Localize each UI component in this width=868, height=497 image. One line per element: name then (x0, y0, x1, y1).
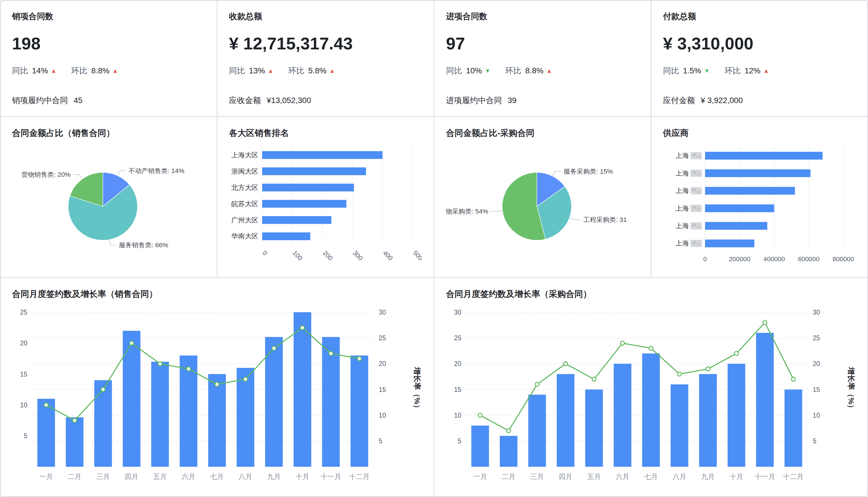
svg-text:二月: 二月 (68, 473, 82, 480)
mom-trend-icon: ▲ (112, 68, 118, 74)
svg-text:上海: 上海 (676, 205, 689, 212)
svg-text:十二月: 十二月 (783, 473, 804, 480)
svg-text:七月: 七月 (644, 473, 658, 480)
yoy-trend-icon: ▼ (704, 68, 710, 74)
svg-text:上海: 上海 (676, 152, 689, 159)
kpi-card-purchase-contract-count: 进项合同数 97 同比 10% ▼ 环比 8.8% ▲ 进项履约中合同 39 (435, 1, 651, 116)
svg-text:三月: 三月 (96, 473, 110, 480)
kpi-title: 进项合同数 (446, 11, 639, 22)
region-sales-ranking-chart[interactable]: 0100200300400500上海大区浙闽大区北方大区皖苏大区广州大区华南大区 (229, 143, 422, 267)
svg-text:10: 10 (454, 412, 461, 419)
yoy-label: 同比 (229, 66, 245, 76)
svg-text:15: 15 (813, 386, 820, 393)
svg-text:五月: 五月 (587, 473, 601, 480)
svg-text:三月: 三月 (530, 473, 544, 480)
mom-value: 8.8% (91, 66, 110, 75)
sales-amount-pie-chart[interactable]: 不动产销售类: 14%服务销售类: 66%货物销售类: 20% (12, 143, 205, 267)
svg-text:九月: 九月 (701, 473, 715, 480)
svg-text:400: 400 (381, 249, 394, 262)
mom-value: 5.8% (308, 66, 327, 75)
svg-text:四月: 四月 (559, 473, 573, 480)
kpi-footer: 应付金额 ¥ 3,922,000 (663, 95, 856, 106)
chart-card-monthly-sales-combo: 合同月度签约数及增长率（销售合同） 51015202530510152025一月… (1, 278, 433, 496)
svg-text:上海大区: 上海大区 (231, 151, 258, 159)
svg-text:30: 30 (454, 309, 461, 316)
monthly-purchase-combo-chart[interactable]: 5101520253051015202530一月二月三月四月五月六月七月八月九月… (446, 304, 856, 486)
footer-value: 45 (74, 96, 83, 105)
yoy-value: 13% (249, 66, 265, 75)
combo-chart-svg: 51015202530510152025一月二月三月四月五月六月七月八月九月十月… (12, 304, 422, 486)
footer-value: ¥13,052,300 (267, 96, 311, 105)
svg-text:10: 10 (379, 412, 386, 419)
svg-text:八月: 八月 (238, 473, 252, 480)
kpi-trends: 同比 1.5% ▼ 环比 12% ▲ (663, 66, 856, 76)
svg-text:15: 15 (454, 386, 461, 393)
purchase-amount-pie-chart[interactable]: 服务采购类: 15%工程采购类: 31货物采购类: 54% (446, 143, 639, 267)
svg-text:20: 20 (454, 360, 461, 367)
chart-card-supplier-ranking: 供应商 0200000400000600000800000上海上海上海上海上海上… (652, 117, 868, 277)
svg-text:二月: 二月 (502, 473, 516, 480)
chart-title: 各大区销售排名 (229, 127, 422, 139)
svg-text:25: 25 (20, 309, 27, 316)
kpi-value: ¥ 3,310,000 (663, 34, 856, 53)
svg-text:十一月: 十一月 (321, 473, 341, 480)
svg-text:上海: 上海 (676, 170, 689, 177)
svg-text:20: 20 (20, 339, 27, 347)
chart-title: 合同月度签约数及增长率（采购合同） (446, 288, 856, 300)
yoy-label: 同比 (12, 66, 28, 76)
svg-text:0: 0 (261, 249, 269, 257)
svg-text:华南大区: 华南大区 (231, 233, 258, 240)
mom-trend-icon: ▲ (546, 68, 552, 74)
dashboard-frame: 销项合同数 198 同比 14% ▲ 环比 8.8% ▲ 销项履约中合同 45 … (0, 0, 868, 497)
footer-value: ¥ 3,922,000 (701, 96, 743, 105)
yoy-value: 1.5% (683, 66, 701, 75)
kpi-trends: 同比 13% ▲ 环比 5.8% ▲ (229, 66, 422, 76)
kpi-title: 销项合同数 (12, 11, 205, 22)
chart-title: 合同金额占比-采购合同 (446, 127, 639, 139)
svg-text:皖苏大区: 皖苏大区 (231, 200, 258, 208)
mom-label: 环比 (724, 66, 740, 76)
footer-label: 销项履约中合同 (12, 95, 68, 106)
mom-value: 12% (744, 66, 761, 75)
yoy-label: 同比 (446, 66, 462, 76)
svg-text:上海: 上海 (676, 222, 689, 229)
dashboard-grid: 销项合同数 198 同比 14% ▲ 环比 8.8% ▲ 销项履约中合同 45 … (1, 1, 867, 496)
hbar-chart-svg: 0200000400000600000800000上海上海上海上海上海上海 (663, 143, 856, 267)
supplier-ranking-chart[interactable]: 0200000400000600000800000上海上海上海上海上海上海 (663, 143, 856, 267)
svg-text:500: 500 (411, 249, 422, 262)
mom-label: 环比 (288, 66, 304, 76)
monthly-sales-combo-chart[interactable]: 51015202530510152025一月二月三月四月五月六月七月八月九月十月… (12, 304, 422, 486)
chart-card-region-sales-ranking: 各大区销售排名 0100200300400500上海大区浙闽大区北方大区皖苏大区… (218, 117, 434, 277)
kpi-footer: 销项履约中合同 45 (12, 95, 205, 106)
yoy-value: 10% (466, 66, 482, 75)
svg-text:20: 20 (813, 360, 820, 367)
svg-text:10: 10 (813, 412, 820, 419)
svg-text:十月: 十月 (295, 473, 309, 480)
mom-value: 8.8% (525, 66, 544, 75)
kpi-title: 付款总额 (663, 11, 856, 22)
yoy-label: 同比 (663, 66, 679, 76)
svg-text:工程采购类: 31: 工程采购类: 31 (583, 216, 627, 224)
kpi-trends: 同比 10% ▼ 环比 8.8% ▲ (446, 66, 639, 76)
svg-text:五月: 五月 (153, 473, 167, 480)
yoy-value: 14% (32, 66, 48, 75)
footer-label: 应收金额 (229, 95, 261, 106)
chart-card-monthly-purchase-combo: 合同月度签约数及增长率（采购合同） 5101520253051015202530… (435, 278, 867, 496)
kpi-title: 收款总额 (229, 11, 422, 22)
mom-trend-icon: ▲ (763, 68, 769, 74)
mom-label: 环比 (505, 66, 521, 76)
svg-text:六月: 六月 (616, 473, 630, 480)
mom-label: 环比 (71, 66, 87, 76)
svg-text:400000: 400000 (763, 255, 785, 262)
svg-text:北方大区: 北方大区 (231, 184, 258, 191)
pie-chart-svg: 服务采购类: 15%工程采购类: 31货物采购类: 54% (446, 143, 639, 267)
footer-value: 39 (508, 96, 517, 105)
svg-text:一月: 一月 (39, 473, 53, 480)
svg-text:服务采购类: 15%: 服务采购类: 15% (564, 168, 613, 175)
svg-text:200: 200 (321, 249, 334, 262)
svg-text:十月: 十月 (729, 473, 743, 480)
svg-text:上海: 上海 (676, 187, 689, 195)
footer-label: 进项履约中合同 (446, 95, 502, 106)
chart-title: 合同金额占比（销售合同） (12, 127, 205, 139)
combo-chart-svg: 5101520253051015202530一月二月三月四月五月六月七月八月九月… (446, 304, 856, 486)
